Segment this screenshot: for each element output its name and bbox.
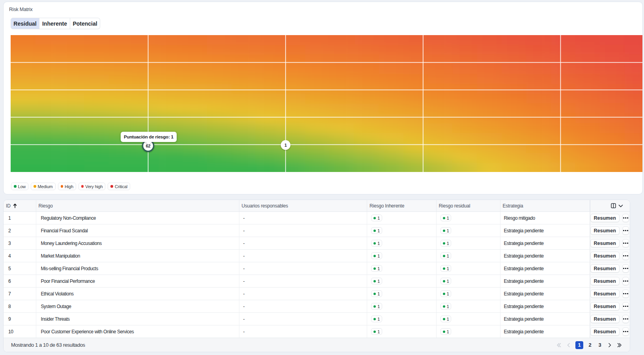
- svg-text:1: 1: [284, 143, 287, 148]
